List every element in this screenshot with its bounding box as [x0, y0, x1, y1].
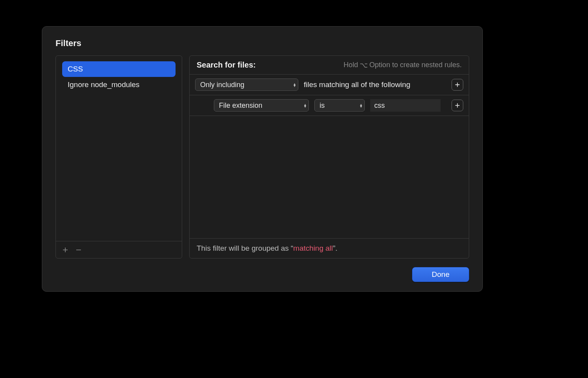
plus-icon — [455, 103, 460, 108]
plus-icon — [455, 82, 460, 87]
sheet-body: CSS Ignore node_modules — [56, 55, 469, 259]
operator-select-value: is — [319, 102, 324, 110]
sidebar-item-label: Ignore node_modules — [68, 80, 140, 89]
operator-select[interactable]: is ▴▾ — [314, 99, 365, 112]
done-button[interactable]: Done — [412, 267, 469, 282]
filters-sheet: Filters CSS Ignore node_modules — [42, 26, 483, 292]
attribute-select-value: File extension — [219, 102, 262, 110]
filter-editor: Search for files: Hold ⌥ Option to creat… — [189, 55, 469, 259]
scope-select[interactable]: Only including ▴▾ — [195, 78, 298, 91]
filters-sidebar-footer — [56, 241, 182, 258]
updown-icon: ▴▾ — [294, 83, 296, 87]
sidebar-item-css[interactable]: CSS — [62, 61, 176, 77]
minus-icon — [75, 247, 82, 253]
editor-hint-suffix: Option to create nested rules. — [369, 61, 462, 69]
scope-suffix-text: files matching all of the following — [304, 80, 410, 89]
add-criterion-button[interactable] — [452, 100, 463, 111]
filters-list: CSS Ignore node_modules — [56, 56, 182, 241]
filters-sidebar: CSS Ignore node_modules — [56, 55, 182, 259]
attribute-select[interactable]: File extension ▴▾ — [214, 99, 309, 112]
editor-hint: Hold ⌥ Option to create nested rules. — [344, 61, 462, 70]
sheet-footer: Done — [56, 259, 469, 282]
footer-prefix: This filter will be grouped as “ — [197, 244, 293, 252]
editor-hint-prefix: Hold — [344, 61, 358, 69]
footer-highlight: matching all — [293, 244, 333, 252]
editor-header: Search for files: Hold ⌥ Option to creat… — [190, 56, 469, 75]
editor-footer: This filter will be grouped as “matching… — [190, 238, 469, 258]
scope-select-value: Only including — [200, 81, 244, 89]
criterion-row: File extension ▴▾ is ▴▾ — [190, 95, 469, 116]
updown-icon: ▴▾ — [304, 103, 306, 107]
add-rule-button[interactable] — [452, 79, 463, 91]
add-filter-button[interactable] — [59, 244, 72, 256]
done-button-label: Done — [432, 270, 449, 279]
sidebar-item-label: CSS — [68, 65, 83, 73]
value-input[interactable] — [370, 99, 441, 112]
plus-icon — [62, 247, 68, 253]
sheet-title: Filters — [56, 38, 469, 48]
editor-empty-area — [190, 116, 469, 238]
scope-row: Only including ▴▾ files matching all of … — [190, 75, 469, 95]
option-key-icon: ⌥ — [360, 61, 368, 70]
updown-icon: ▴▾ — [360, 103, 362, 107]
footer-suffix: ”. — [333, 244, 338, 252]
editor-rules: Only including ▴▾ files matching all of … — [190, 75, 469, 116]
editor-header-label: Search for files: — [197, 61, 256, 70]
remove-filter-button[interactable] — [72, 244, 85, 256]
sidebar-item-ignore-node-modules[interactable]: Ignore node_modules — [62, 77, 176, 93]
